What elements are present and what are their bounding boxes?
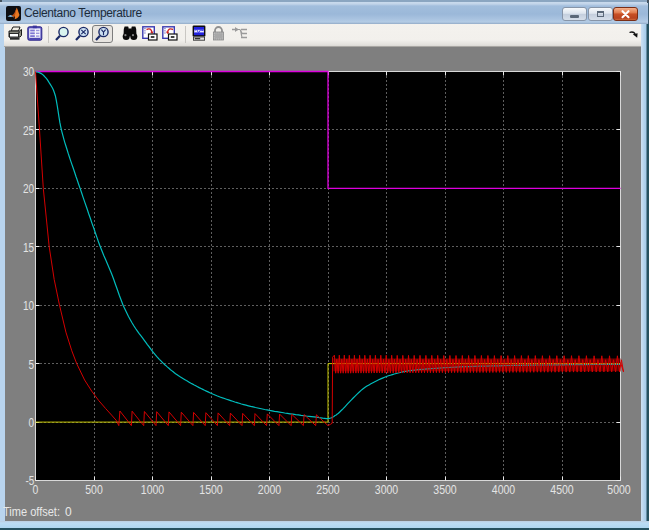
svg-text:20: 20	[23, 181, 34, 196]
svg-text:4500: 4500	[550, 482, 573, 497]
svg-text:1500: 1500	[199, 482, 222, 497]
svg-text:30: 30	[23, 64, 34, 79]
svg-text:25: 25	[23, 123, 34, 138]
svg-text:5000: 5000	[607, 482, 630, 497]
svg-text:4000: 4000	[492, 482, 515, 497]
svg-text:10: 10	[23, 298, 34, 313]
svg-text:0: 0	[65, 505, 72, 519]
svg-text:Time offset:: Time offset:	[3, 505, 60, 519]
svg-text:15: 15	[23, 240, 34, 255]
svg-text:3500: 3500	[433, 482, 456, 497]
svg-text:2500: 2500	[316, 482, 339, 497]
svg-text:-5: -5	[25, 473, 34, 488]
svg-text:1000: 1000	[141, 482, 164, 497]
svg-text:5: 5	[29, 357, 35, 372]
svg-text:3000: 3000	[375, 482, 398, 497]
svg-text:0: 0	[29, 415, 35, 430]
svg-text:500: 500	[85, 482, 103, 497]
svg-text:2000: 2000	[258, 482, 281, 497]
